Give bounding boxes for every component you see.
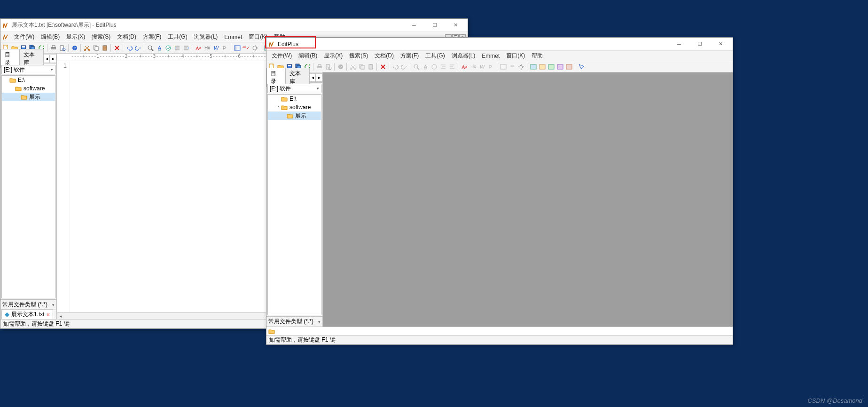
- font-icon[interactable]: Aa: [460, 63, 469, 71]
- drive-select[interactable]: [E:] 软件 ▾: [1, 65, 55, 74]
- menu-tools[interactable]: 工具(G): [164, 32, 190, 42]
- help-tb-icon[interactable]: ?: [336, 63, 345, 71]
- tree-item[interactable]: ˅software: [268, 103, 321, 112]
- browser3-icon[interactable]: [547, 63, 555, 71]
- print-icon[interactable]: [49, 44, 58, 52]
- folder-tree[interactable]: E:\software展示: [1, 75, 55, 298]
- side-panel: 目录 文本库 ◂ ▸ [E:] 软件 ▾ E:\software展示 常用文件类…: [0, 54, 57, 319]
- folder-tree[interactable]: E:\˅software展示: [267, 94, 321, 315]
- help-tb-icon[interactable]: ?: [70, 44, 79, 52]
- menu-emmet[interactable]: Emmet: [221, 33, 245, 41]
- outdent-icon[interactable]: [182, 44, 190, 52]
- gear-icon[interactable]: [251, 44, 259, 52]
- tree-item[interactable]: 展示: [2, 93, 55, 101]
- goto-icon[interactable]: [164, 44, 172, 52]
- svg-rect-42: [361, 65, 364, 69]
- print-icon[interactable]: [315, 63, 324, 71]
- menu-tools[interactable]: 工具(G): [422, 51, 448, 61]
- gear-icon[interactable]: [517, 63, 525, 71]
- titlebar[interactable]: EditPlus ─ ☐ ✕: [266, 38, 733, 51]
- cut-icon[interactable]: [349, 63, 357, 71]
- browser4-icon[interactable]: [556, 63, 564, 71]
- linenum-icon[interactable]: [499, 63, 508, 71]
- menu-help[interactable]: 帮助: [528, 51, 546, 61]
- font-icon[interactable]: Aa: [194, 44, 203, 52]
- minimize-button[interactable]: ─: [404, 19, 424, 32]
- indent-icon[interactable]: [439, 63, 447, 71]
- copy-icon[interactable]: [92, 44, 100, 52]
- side-nav-right[interactable]: ▸: [50, 55, 56, 63]
- delete-icon[interactable]: [113, 44, 121, 52]
- outdent-icon[interactable]: [448, 63, 456, 71]
- menu-document[interactable]: 文档(D): [371, 51, 397, 61]
- maximize-button[interactable]: ☐: [689, 38, 710, 51]
- wrap-icon[interactable]: W: [478, 63, 486, 71]
- titlebar[interactable]: 展示文本1.txt [E:\software\展示] - EditPlus ─ …: [0, 19, 468, 32]
- menu-project[interactable]: 方案(F): [140, 32, 164, 42]
- paste-icon[interactable]: [101, 44, 109, 52]
- find-icon[interactable]: [146, 44, 155, 52]
- redo-icon[interactable]: [400, 63, 408, 71]
- side-nav-left[interactable]: ◂: [309, 73, 316, 82]
- drive-select[interactable]: [E:] 软件 ▾: [267, 84, 321, 93]
- browser5-icon[interactable]: [565, 63, 573, 71]
- svg-text:?: ?: [340, 65, 342, 69]
- word-icon[interactable]: A̲: [421, 63, 430, 71]
- spell-icon[interactable]: ᴬᴮ✓: [242, 44, 250, 52]
- menu-window[interactable]: 窗口(K): [503, 51, 528, 61]
- tree-item[interactable]: 展示: [268, 112, 321, 120]
- arrow-help-icon[interactable]: [577, 63, 586, 71]
- menu-edit[interactable]: 编辑(B): [295, 51, 321, 61]
- hex-icon[interactable]: Hx: [469, 63, 477, 71]
- menu-browser[interactable]: 浏览器(L): [448, 51, 479, 61]
- indent-icon[interactable]: [173, 44, 181, 52]
- hex-icon[interactable]: Hx: [203, 44, 211, 52]
- invisible-icon[interactable]: [221, 44, 229, 52]
- preview-icon[interactable]: [324, 63, 333, 71]
- menu-file[interactable]: 文件(W): [268, 51, 295, 61]
- browser1-icon[interactable]: [529, 63, 538, 71]
- copy-icon[interactable]: [358, 63, 366, 71]
- find-icon[interactable]: [412, 63, 421, 71]
- menu-emmet[interactable]: Emmet: [478, 52, 503, 60]
- menu-browser[interactable]: 浏览器(L): [191, 32, 221, 42]
- maximize-button[interactable]: ☐: [424, 19, 445, 32]
- menu-project[interactable]: 方案(F): [397, 51, 422, 61]
- scroll-left-icon[interactable]: ◂: [57, 313, 64, 319]
- linenum-icon[interactable]: [233, 44, 242, 52]
- menu-view[interactable]: 显示(X): [63, 32, 88, 42]
- document-tab[interactable]: 展示文本1.txt ×: [1, 309, 53, 320]
- menu-edit[interactable]: 编辑(B): [38, 32, 63, 42]
- undo-icon[interactable]: [125, 44, 133, 52]
- tab-close-icon[interactable]: ×: [47, 311, 50, 318]
- redo-icon[interactable]: [134, 44, 142, 52]
- menu-search[interactable]: 搜索(S): [346, 51, 371, 61]
- side-nav-left[interactable]: ◂: [43, 55, 50, 63]
- paste-icon[interactable]: [367, 63, 375, 71]
- side-nav-right[interactable]: ▸: [316, 73, 322, 82]
- document-tabs: 展示文本1.txt ×: [0, 310, 56, 319]
- wrap-icon[interactable]: W: [212, 44, 220, 52]
- filetype-combo[interactable]: 常用文件类型 (*.*) ▾: [266, 316, 322, 327]
- menu-view[interactable]: 显示(X): [321, 51, 346, 61]
- filetype-combo[interactable]: 常用文件类型 (*.*) ▾: [0, 299, 56, 310]
- undo-icon[interactable]: [391, 63, 399, 71]
- app-icon: [2, 22, 9, 29]
- invisible-icon[interactable]: [487, 63, 495, 71]
- tree-item[interactable]: E:\: [2, 76, 55, 84]
- delete-icon[interactable]: [379, 63, 387, 71]
- tree-item[interactable]: software: [2, 84, 55, 93]
- spell-icon[interactable]: ᴬᴮ: [508, 63, 516, 71]
- tree-item[interactable]: E:\: [268, 95, 321, 103]
- word-icon[interactable]: A̲: [155, 44, 164, 52]
- minimize-button[interactable]: ─: [669, 38, 689, 51]
- close-button[interactable]: ✕: [445, 19, 466, 32]
- cut-icon[interactable]: [83, 44, 91, 52]
- preview-icon[interactable]: [58, 44, 67, 52]
- close-button[interactable]: ✕: [710, 38, 731, 51]
- menu-search[interactable]: 搜索(S): [88, 32, 114, 42]
- browser2-icon[interactable]: [538, 63, 547, 71]
- menu-file[interactable]: 文件(W): [11, 32, 38, 42]
- goto-icon[interactable]: [430, 63, 438, 71]
- menu-document[interactable]: 文档(D): [114, 32, 140, 42]
